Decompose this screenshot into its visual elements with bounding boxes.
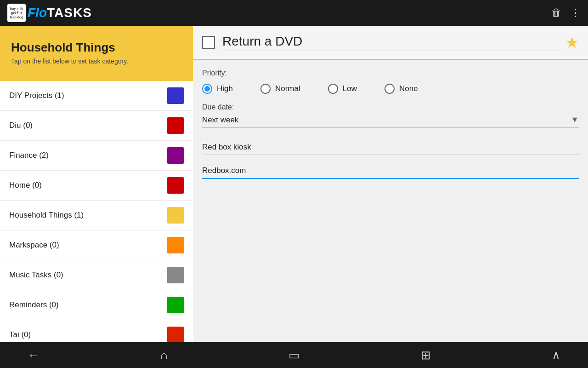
list-item[interactable]: Home (0) xyxy=(0,171,193,201)
list-item[interactable]: Tai (0) xyxy=(0,320,193,342)
priority-option-normal[interactable]: Normal xyxy=(260,84,300,94)
sidebar-item-label: Tai (0) xyxy=(9,330,31,339)
notes-input[interactable] xyxy=(202,143,579,155)
list-item[interactable]: Reminders (0) xyxy=(0,290,193,320)
sidebar-color-box xyxy=(167,297,184,313)
star-icon[interactable]: ★ xyxy=(565,33,579,52)
radio-inner xyxy=(204,86,210,92)
top-bar: buy milkget Filefeed dog Flo TASKS 🗑 ⋮ xyxy=(0,0,588,26)
sidebar-color-box xyxy=(167,177,184,194)
radio-outer xyxy=(260,84,271,94)
logo-icon: buy milkget Filefeed dog xyxy=(7,4,26,22)
sidebar-color-box xyxy=(167,87,184,104)
screenshot-button[interactable]: ⊞ xyxy=(421,348,431,362)
sidebar-color-box xyxy=(167,327,184,342)
main-layout: Household Things Tap on the list below t… xyxy=(0,26,588,342)
up-button[interactable]: ∧ xyxy=(552,348,560,362)
sidebar-color-box xyxy=(167,237,184,253)
due-date-label: Due date: xyxy=(202,103,579,111)
sidebar-color-box xyxy=(167,147,184,164)
sidebar-item-label: Reminders (0) xyxy=(9,300,59,310)
sidebar-subtitle: Tap on the list below to set task catego… xyxy=(11,58,182,65)
priority-section: Priority: HighNormalLowNone xyxy=(193,60,588,98)
sidebar-item-label: Music Tasks (0) xyxy=(9,270,63,280)
sidebar-item-label: Markspace (0) xyxy=(9,241,59,250)
topbar-right: 🗑 ⋮ xyxy=(551,7,581,19)
url-input[interactable] xyxy=(202,166,579,179)
task-title: Return a DVD xyxy=(222,34,558,51)
sidebar-color-box xyxy=(167,267,184,283)
list-item[interactable]: Markspace (0) xyxy=(0,230,193,260)
back-button[interactable]: ← xyxy=(28,348,40,362)
list-item[interactable]: Music Tasks (0) xyxy=(0,260,193,290)
due-date-section: Due date: Next week ▼ xyxy=(193,98,588,135)
right-panel: Return a DVD ★ Priority: HighNormalLowNo… xyxy=(193,26,588,342)
priority-label: Priority: xyxy=(202,69,579,77)
priority-option-low[interactable]: Low xyxy=(328,84,357,94)
list-item[interactable]: Household Things (1) xyxy=(0,201,193,230)
priority-option-high[interactable]: High xyxy=(202,84,233,94)
delete-icon[interactable]: 🗑 xyxy=(551,7,561,19)
list-item[interactable]: Finance (2) xyxy=(0,141,193,171)
priority-label-none: None xyxy=(399,84,418,93)
priority-option-none[interactable]: None xyxy=(384,84,418,94)
priority-label-normal: Normal xyxy=(275,84,300,93)
list-item[interactable]: Diu (0) xyxy=(0,111,193,141)
radio-outer xyxy=(202,84,212,94)
list-item[interactable]: DIY Projects (1) xyxy=(0,81,193,111)
sidebar: Household Things Tap on the list below t… xyxy=(0,26,193,342)
due-date-arrow: ▼ xyxy=(571,115,579,125)
sidebar-title: Household Things xyxy=(11,40,182,55)
flo-label: Flo xyxy=(28,6,47,20)
radio-outer xyxy=(328,84,338,94)
sidebar-item-label: Diu (0) xyxy=(9,121,33,130)
notes-section xyxy=(193,135,588,342)
due-date-row[interactable]: Next week ▼ xyxy=(202,115,579,128)
home-button[interactable]: ⌂ xyxy=(160,348,168,362)
radio-outer xyxy=(384,84,395,94)
more-options-icon[interactable]: ⋮ xyxy=(571,7,581,19)
sidebar-item-label: DIY Projects (1) xyxy=(9,91,64,100)
sidebar-color-box xyxy=(167,117,184,134)
bottom-nav: ← ⌂ ▭ ⊞ ∧ xyxy=(0,342,588,368)
sidebar-item-label: Home (0) xyxy=(9,181,42,190)
sidebar-color-box xyxy=(167,207,184,224)
task-checkbox[interactable] xyxy=(202,36,215,49)
sidebar-list: DIY Projects (1)Diu (0)Finance (2)Home (… xyxy=(0,81,193,342)
sidebar-item-label: Finance (2) xyxy=(9,151,49,160)
recents-button[interactable]: ▭ xyxy=(288,348,300,362)
priority-label-high: High xyxy=(217,84,233,93)
sidebar-item-label: Household Things (1) xyxy=(9,211,84,220)
topbar-left: buy milkget Filefeed dog Flo TASKS xyxy=(7,4,92,22)
tasks-label: TASKS xyxy=(47,6,92,20)
due-date-value: Next week xyxy=(202,115,571,125)
app-logo: buy milkget Filefeed dog Flo TASKS xyxy=(7,4,92,22)
sidebar-header: Household Things Tap on the list below t… xyxy=(0,26,193,81)
priority-label-low: Low xyxy=(343,84,357,93)
priority-options: HighNormalLowNone xyxy=(202,84,579,94)
task-header: Return a DVD ★ xyxy=(193,26,588,60)
